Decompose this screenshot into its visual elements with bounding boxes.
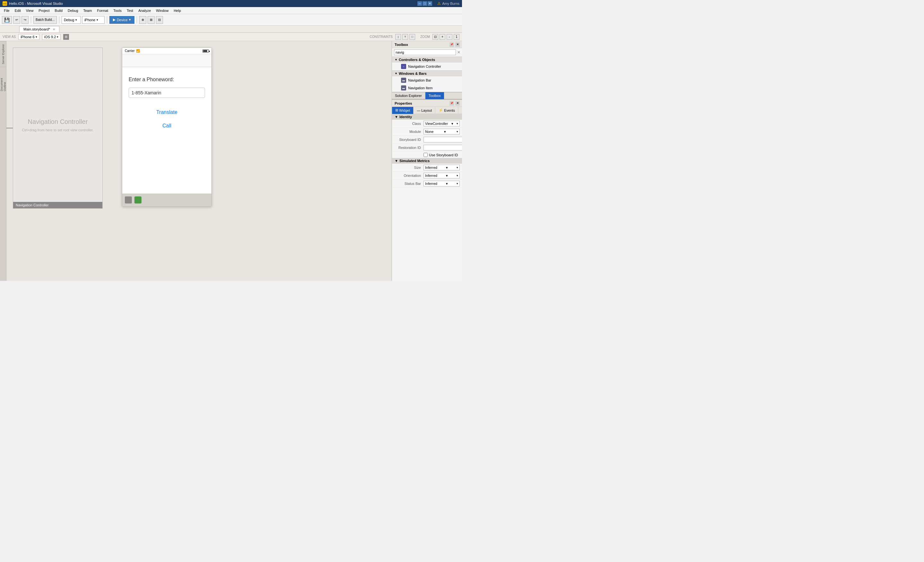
props-pin-btn[interactable]: 📌 [450, 101, 454, 105]
tb-btn-extra3[interactable]: ⊟ [156, 16, 163, 24]
tab-main-storyboard[interactable]: Main.storyboard* ✕ [19, 26, 59, 32]
props-row-status-bar: Status Bar Inferred ▾ [392, 180, 462, 188]
redo-btn[interactable]: ↪ [21, 16, 28, 24]
iphone-toolbar [122, 194, 212, 206]
constraint-btn-3[interactable]: □ [410, 34, 415, 40]
tab-toolbox[interactable]: Toolbox [425, 92, 444, 99]
device-dropdown[interactable]: iPhone 6 [18, 34, 39, 40]
batch-build-btn[interactable]: Batch Build... [33, 16, 57, 24]
tab-widget[interactable]: ⊞ Widget [392, 107, 414, 114]
menu-window[interactable]: Window [153, 8, 171, 13]
section-label-windows: Windows & Bars [399, 72, 427, 75]
props-close-btn[interactable]: ✕ [455, 101, 460, 105]
toolbox-section-controllers: ▼ Controllers & Objects ○ Navigation Con… [392, 57, 462, 71]
device-label: iPhone 6 [21, 35, 34, 39]
menu-file[interactable]: File [1, 8, 12, 13]
menu-build[interactable]: Build [52, 8, 65, 13]
translate-button[interactable]: Translate [129, 105, 205, 119]
zoom-out-btn[interactable]: - [447, 34, 452, 40]
left-sidebar: Server Explorer Document Outline [0, 41, 6, 281]
save-all-btn[interactable]: 💾 [2, 16, 12, 24]
simulated-metrics-header[interactable]: ▼ Simulated Metrics [392, 158, 462, 164]
tab-events[interactable]: ⚡ Events [435, 107, 459, 114]
play-btn[interactable]: ▶ Device ▾ [110, 16, 134, 24]
status-bar-dropdown[interactable]: Inferred ▾ [423, 181, 460, 186]
zoom-fit-btn[interactable]: ⊡ [432, 34, 438, 40]
ios-label: iOS 9.2 [44, 35, 56, 39]
nav-controller-status: Navigation Controller [13, 202, 102, 208]
sidebar-tab-server-explorer[interactable]: Server Explorer [0, 41, 6, 67]
nav-bar-icon: ▬ [401, 78, 406, 83]
sep4 [136, 17, 137, 23]
toolbox-close-btn[interactable]: ✕ [455, 42, 460, 47]
iphone-content: Enter a Phoneword: 1-855-Xamarin Transla… [122, 67, 212, 142]
ios-dropdown[interactable]: iOS 9.2 [42, 34, 61, 40]
identity-section-header[interactable]: ▼ Identity [392, 114, 462, 120]
phoneword-input[interactable]: 1-855-Xamarin [129, 88, 205, 98]
toolbox-item-nav-controller[interactable]: ○ Navigation Controller [392, 63, 462, 70]
props-tab-bar: ⊞ Widget — Layout ⚡ Events [392, 107, 462, 114]
class-chevron: ▾ [452, 122, 453, 126]
toolbox-item-nav-bar[interactable]: ▬ Navigation Bar [392, 77, 462, 84]
class-dropdown[interactable]: ViewController ▾ [423, 121, 460, 126]
toolbox-section-controllers-header[interactable]: ▼ Controllers & Objects [392, 57, 462, 63]
restore-btn[interactable]: □ [423, 1, 427, 6]
toolbox-search-clear[interactable]: ✕ [457, 50, 460, 54]
nav-controller-box[interactable]: Navigation Controller Ctrl+drag from her… [13, 48, 103, 209]
status-bar-label: Status Bar [394, 182, 423, 185]
menu-project[interactable]: Project [36, 8, 52, 13]
menu-test[interactable]: Test [124, 8, 136, 13]
platform-label: iPhone [84, 18, 95, 22]
menu-edit[interactable]: Edit [12, 8, 23, 13]
props-row-use-storyboard: Use Storyboard ID [392, 152, 462, 158]
tab-close-icon[interactable]: ✕ [52, 28, 55, 31]
storyboard-id-input[interactable] [423, 137, 462, 143]
toolbox-search-area: ✕ [392, 48, 462, 57]
tb-btn-extra1[interactable]: ⊕ [139, 16, 146, 24]
platform-dropdown[interactable]: iPhone [82, 16, 105, 24]
size-dropdown[interactable]: Inferred ▾ [423, 165, 460, 170]
tab-layout[interactable]: — Layout [414, 107, 435, 114]
iphone-screen[interactable]: Carrier 📶 Enter a Phoneword: 1-855-Xamar… [122, 48, 212, 207]
toolbox-search-input[interactable] [394, 50, 456, 55]
menu-tools[interactable]: Tools [111, 8, 124, 13]
constraint-btn-1[interactable]: | [395, 34, 401, 40]
menu-view[interactable]: View [23, 8, 36, 13]
nav-controller-label: Navigation Controller [408, 65, 441, 68]
close-btn[interactable]: ✕ [428, 1, 432, 6]
tb-btn-extra2[interactable]: ⊞ [148, 16, 154, 24]
zoom-in-btn[interactable]: + [440, 34, 446, 40]
view-btn-extra[interactable]: ⊞ [63, 34, 69, 40]
use-storyboard-checkbox[interactable] [423, 153, 428, 157]
nav-item-label: Navigation Item [408, 86, 432, 90]
orientation-dropdown[interactable]: Inferred ▾ [423, 173, 460, 179]
main-area: Server Explorer Document Outline Navigat… [0, 41, 462, 281]
module-label: Module [394, 130, 423, 134]
undo-btn[interactable]: ↩ [13, 16, 20, 24]
wifi-icon: 📶 [136, 49, 140, 53]
zoom-actual-btn[interactable]: 1 [454, 34, 459, 40]
nav-controller-title: Navigation Controller [28, 118, 88, 126]
menu-team[interactable]: Team [81, 8, 94, 13]
toolbox-item-nav-item[interactable]: ▬ Navigation Item [392, 84, 462, 92]
toolbox-section-windows-header[interactable]: ▼ Windows & Bars [392, 71, 462, 77]
nav-bar-label: Navigation Bar [408, 78, 431, 82]
props-row-size: Size Inferred ▾ [392, 164, 462, 172]
sidebar-tab-document-outline[interactable]: Document Outline [0, 67, 6, 92]
menu-analyze[interactable]: Analyze [136, 8, 153, 13]
props-row-orientation: Orientation Inferred ▾ [392, 172, 462, 180]
toolbox-pin-btn[interactable]: 📌 [450, 42, 454, 47]
menu-format[interactable]: Format [94, 8, 111, 13]
debug-config-dropdown[interactable]: Debug [62, 16, 81, 24]
call-button[interactable]: Call [129, 119, 205, 132]
minimize-btn[interactable]: ─ [417, 1, 422, 6]
menu-debug[interactable]: Debug [65, 8, 81, 13]
menu-help[interactable]: Help [171, 8, 183, 13]
status-bar-chevron: ▾ [446, 182, 448, 186]
iphone-nav-bar [122, 54, 212, 67]
tab-solution-explorer[interactable]: Solution Explorer [392, 92, 425, 99]
tab-widget-label: Widget [399, 108, 410, 112]
module-dropdown[interactable]: None ▾ [423, 129, 460, 134]
restoration-id-input[interactable] [423, 145, 462, 150]
constraint-btn-2[interactable]: T [402, 34, 408, 40]
